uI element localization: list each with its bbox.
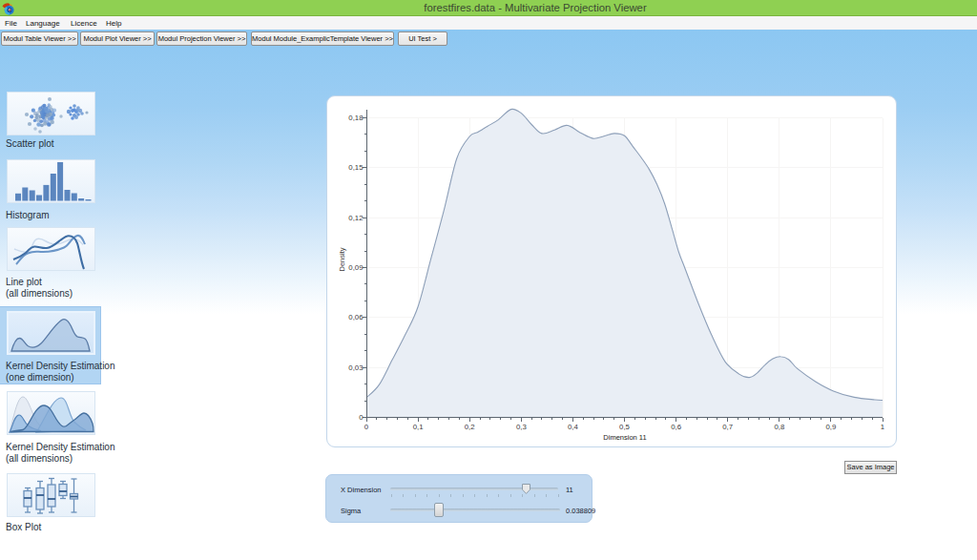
svg-text:0,4: 0,4: [568, 423, 579, 431]
svg-text:0,18: 0,18: [348, 114, 363, 122]
svg-text:0,03: 0,03: [348, 363, 363, 372]
svg-text:0,8: 0,8: [774, 423, 784, 431]
svg-text:0,5: 0,5: [619, 423, 631, 431]
svg-text:Density: Density: [338, 247, 346, 271]
svg-text:0: 0: [359, 413, 364, 422]
svg-text:0,06: 0,06: [348, 313, 363, 321]
svg-text:0: 0: [364, 423, 369, 431]
svg-text:0,1: 0,1: [413, 423, 424, 431]
svg-text:0,15: 0,15: [348, 163, 364, 172]
svg-text:0,3: 0,3: [516, 423, 527, 431]
svg-text:0,7: 0,7: [722, 423, 733, 431]
svg-text:0,9: 0,9: [825, 423, 836, 431]
svg-text:0,6: 0,6: [671, 423, 681, 431]
svg-text:0,09: 0,09: [348, 263, 363, 272]
svg-text:1: 1: [881, 423, 884, 431]
svg-text:Dimension 11: Dimension 11: [603, 433, 646, 442]
svg-text:0,12: 0,12: [348, 214, 363, 222]
svg-text:0,2: 0,2: [465, 423, 475, 431]
